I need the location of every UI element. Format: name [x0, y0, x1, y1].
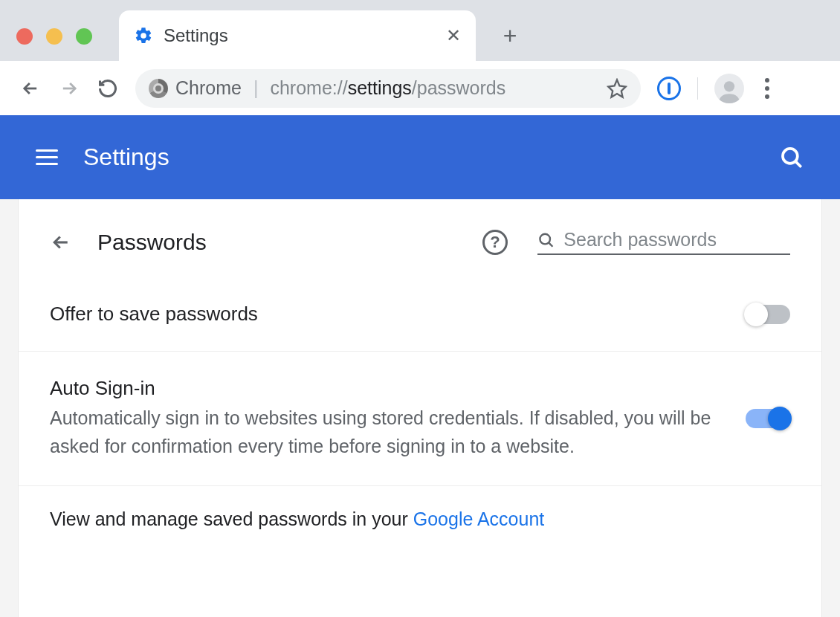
address-bar[interactable]: Chrome | chrome://settings/passwords	[135, 69, 641, 108]
svg-point-2	[783, 148, 798, 163]
reload-button[interactable]	[97, 77, 119, 100]
browser-toolbar: Chrome | chrome://settings/passwords	[0, 61, 840, 115]
bookmark-star-icon[interactable]	[607, 78, 627, 99]
search-settings-button[interactable]	[779, 145, 804, 170]
toolbar-divider	[697, 77, 698, 100]
fullscreen-window-button[interactable]	[76, 28, 92, 45]
window-controls	[16, 28, 92, 45]
tab-title: Settings	[164, 25, 228, 46]
chrome-menu-button[interactable]	[760, 74, 774, 103]
settings-content-area: Passwords ? Offer to save passwords Auto…	[0, 199, 840, 617]
back-arrow-button[interactable]	[50, 231, 72, 253]
back-button[interactable]	[19, 77, 42, 100]
auto-signin-title: Auto Sign-in	[50, 377, 723, 400]
offer-save-toggle[interactable]	[746, 305, 790, 324]
minimize-window-button[interactable]	[46, 28, 62, 45]
settings-app-header: Settings	[0, 115, 840, 199]
gear-icon	[134, 26, 153, 45]
omnibox-chip: Chrome	[175, 77, 242, 99]
browser-tabstrip: Settings ✕ +	[0, 0, 840, 61]
settings-header-title: Settings	[83, 143, 169, 171]
omnibox-separator: |	[253, 77, 259, 99]
manage-passwords-text: View and manage saved passwords in your	[50, 508, 413, 529]
svg-point-1	[724, 81, 734, 91]
profile-avatar[interactable]	[714, 74, 744, 103]
browser-tab[interactable]: Settings ✕	[119, 10, 476, 61]
chrome-icon	[149, 79, 168, 98]
manage-passwords-row: View and manage saved passwords in your …	[19, 486, 821, 552]
google-account-link[interactable]: Google Account	[413, 508, 545, 529]
passwords-card: Passwords ? Offer to save passwords Auto…	[18, 199, 822, 617]
auto-signin-toggle[interactable]	[746, 409, 790, 428]
search-passwords-box[interactable]	[537, 229, 790, 255]
close-window-button[interactable]	[16, 28, 33, 45]
passwords-card-header: Passwords ?	[19, 229, 821, 277]
svg-rect-0	[668, 83, 671, 94]
search-icon	[537, 230, 555, 250]
close-tab-button[interactable]: ✕	[446, 25, 461, 46]
extension-1password-icon[interactable]	[657, 77, 681, 100]
offer-save-passwords-row: Offer to save passwords	[19, 277, 821, 352]
offer-save-title: Offer to save passwords	[50, 303, 723, 326]
page-title: Passwords	[97, 230, 207, 255]
help-icon[interactable]: ?	[482, 230, 508, 255]
search-passwords-input[interactable]	[563, 229, 790, 251]
auto-signin-desc: Automatically sign in to websites using …	[50, 404, 723, 460]
menu-button[interactable]	[36, 149, 58, 165]
new-tab-button[interactable]: +	[498, 24, 522, 48]
svg-point-3	[540, 233, 550, 244]
forward-button[interactable]	[58, 77, 80, 100]
auto-signin-row: Auto Sign-in Automatically sign in to we…	[19, 352, 821, 486]
omnibox-url: chrome://settings/passwords	[270, 77, 505, 99]
